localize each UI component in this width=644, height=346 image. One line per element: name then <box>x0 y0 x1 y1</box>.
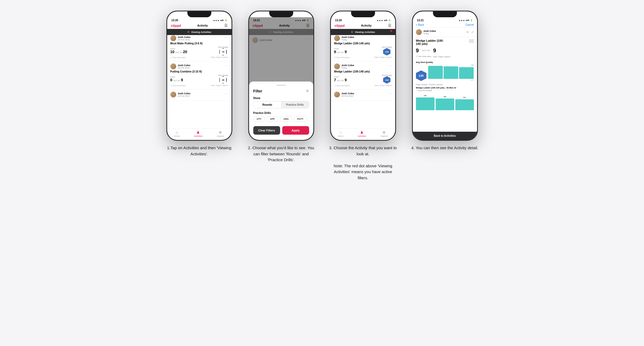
test-info-2: ⓘ Test Information <box>170 84 186 87</box>
quality-badge-1: 75 <box>219 48 227 55</box>
home-icon-3: ⌂ <box>340 130 342 134</box>
activity-card-3-2[interactable]: Josh Coles Today ··· Wedge Ladder (100-1… <box>331 61 395 89</box>
nav-home-3[interactable]: ⌂ Home <box>338 130 343 137</box>
expand-icon-4[interactable]: ⤢ <box>471 30 474 34</box>
notch-2 <box>269 11 293 17</box>
player-activity-section-4: Player Activity · Practice Session Wedge… <box>413 83 477 111</box>
home-icon-1: ⌂ <box>176 130 178 134</box>
out-of-3-1: OUT OF <box>337 52 344 53</box>
nav-title-3: Activity <box>361 24 372 27</box>
caption-2: 2. Choose what you'd like to see. You ca… <box>247 145 316 163</box>
edit-icon-4[interactable]: ✏ <box>466 30 469 34</box>
test-info-3-1: ⓘ Test Information <box>334 56 350 59</box>
clear-filters-button[interactable]: Clear Filters <box>253 126 280 135</box>
wifi-icon: wifi <box>220 19 224 22</box>
activity-card-1[interactable]: Josh Coles 28 Feb 2023 ··· Must Make Put… <box>167 33 231 61</box>
user-date-3-1: Today <box>342 39 354 41</box>
show-label: Show <box>253 97 309 100</box>
user-name-4: Josh Coles <box>423 30 436 32</box>
menu-icon-1[interactable]: ☰ <box>224 23 228 28</box>
status-icons-3: ▲▲▲ wifi 🔋 <box>377 19 391 22</box>
apply-button[interactable]: Apply <box>282 126 309 135</box>
user-name-1: Josh Coles <box>178 36 191 39</box>
nav-capture-3[interactable]: ⊕ Capture <box>380 130 388 137</box>
score-label-3-1: Score <box>334 48 347 50</box>
battery-icon-3: 🔋 <box>388 19 391 22</box>
home-label-3: Home <box>338 135 343 137</box>
menu-icon-3[interactable]: ☰ <box>388 23 392 28</box>
detail-info-row-4: ⓘ Test Information Data: Clippd Capture <box>413 55 477 59</box>
avg-quality-label-4: Avg Shot Quality <box>416 61 474 63</box>
user-name-3-1: Josh Coles <box>342 36 354 39</box>
capture-label-1: Capture <box>217 135 224 137</box>
back-to-activities-4[interactable]: Back to Activities <box>413 132 477 140</box>
more-dots-1[interactable]: ··· <box>225 35 228 39</box>
nav-capture-1[interactable]: ⊕ Capture <box>217 130 224 137</box>
home-label-1: Home <box>174 135 180 137</box>
wifi-icon-3: wifi <box>384 19 387 22</box>
quality-badge-2: 45 <box>219 76 227 84</box>
chip-ott[interactable]: OTT <box>253 116 265 122</box>
nav-home-1[interactable]: ⌂ Home <box>174 130 180 137</box>
activities-icon-1: ♟ <box>196 130 200 134</box>
viewing-text-1: Viewing Activities <box>191 31 211 33</box>
activities-icon-3: ♟ <box>360 130 364 134</box>
caption-3: 3. Choose the Activity that you want to … <box>329 145 398 181</box>
user-name-3-2: Josh Coles <box>342 64 354 67</box>
battery-icon-4: 🔋 <box>470 19 473 22</box>
detail-title-4: Wedge Ladder (100-140 yds) <box>416 39 448 45</box>
avatar-3-2 <box>334 63 340 69</box>
nav-activities-1[interactable]: ♟ Activities <box>194 130 203 137</box>
chart-100-label: 130 <box>471 64 474 66</box>
close-icon-modal[interactable]: ✕ <box>306 88 309 93</box>
quality-badge-3-2: 118 <box>383 76 390 84</box>
activity-card-2[interactable]: Josh Coles 28 Feb 2023 ··· Putting Combi… <box>167 61 231 89</box>
status-icons-1: ▲▲▲ wifi 🔋 <box>213 19 227 22</box>
data-source-2: Data: Clippd Capture <box>211 84 228 87</box>
activity-title-1: Must Make Putting (3-6 ft) <box>170 42 228 45</box>
activity-card-3-3[interactable]: Josh Coles 28 Feb 2023 ··· <box>331 89 395 101</box>
more-dots-3[interactable]: ··· <box>225 92 228 95</box>
more-dots-2[interactable]: ··· <box>225 63 228 67</box>
test-info-1: ⓘ Test Information <box>170 56 186 59</box>
avatar-4 <box>416 29 422 35</box>
toggle-drills[interactable]: Practice Drills <box>281 101 309 108</box>
quality-badge-3-1: 130 <box>383 48 390 55</box>
more-dots-3-3[interactable]: ··· <box>388 92 392 95</box>
activities-label-1: Activities <box>194 135 203 137</box>
battery-icon: 🔋 <box>225 19 227 22</box>
more-dots-3-2[interactable]: ··· <box>388 63 392 67</box>
modal-handle <box>276 85 286 86</box>
bar2-val-2: 129 <box>443 96 446 97</box>
chip-putt[interactable]: PUTT <box>294 116 307 122</box>
bar2-val-3: 124 <box>463 97 466 98</box>
activity-card-3-1[interactable]: Josh Coles Today ··· Wedge Ladder (100-1… <box>331 33 395 61</box>
bottom-nav-1: ⌂ Home ♟ Activities ⊕ Capture <box>167 128 231 140</box>
bottom-nav-3: ⌂ Home ♟ Activities ⊕ Capture <box>331 128 395 140</box>
score-val-3-1: 9 <box>334 50 336 54</box>
phone-4-screen: 13:21 ▲▲▲ wifi 🔋 < Back Cancel <box>413 11 477 140</box>
chip-app[interactable]: APP <box>267 116 279 122</box>
modal-overlay-2: Filter ✕ Show Rounds Practice Drills Pra… <box>249 17 313 140</box>
logo-3: clippd <box>335 24 345 28</box>
cancel-button-4[interactable]: Cancel <box>465 23 474 26</box>
pa-subtitle-4: → Avg Shot Quality <box>416 89 474 91</box>
filter-title: Filter <box>253 89 262 93</box>
chip-arg[interactable]: ARG <box>280 116 292 122</box>
chart-x-label-4: APP <box>428 79 474 81</box>
quality-label-2: Shot Quality <box>218 74 228 76</box>
nav-activities-3[interactable]: ♟ Activities <box>358 130 366 137</box>
activity-title-3-2: Wedge Ladder (100-140 yds) <box>334 70 392 73</box>
detail-scroll-4: Wedge Ladder (100-140 yds) Score Shots 9… <box>413 37 477 137</box>
activity-card-3[interactable]: Josh Coles 28 Feb 2023 ··· <box>167 89 231 101</box>
user-date-1: 28 Feb 2023 <box>178 39 191 41</box>
pa-label-4: Player Activity · Practice Session <box>416 84 474 86</box>
bar-2-4 <box>444 66 458 79</box>
toggle-rounds[interactable]: Rounds <box>254 101 281 108</box>
phone-1-screen: 13:20 ▲▲▲ wifi 🔋 clippd Activity ☰ ⚙ <box>167 11 231 140</box>
signal-icon: ▲▲▲ <box>213 19 219 22</box>
score-value-4: 9 <box>416 48 419 54</box>
back-button-4[interactable]: < Back <box>416 23 424 26</box>
phone-3-section: 13:20 ▲▲▲ wifi 🔋 clippd Activity ☰ ⚙ <box>326 11 400 181</box>
more-dots-3-1[interactable]: ··· <box>388 35 392 39</box>
